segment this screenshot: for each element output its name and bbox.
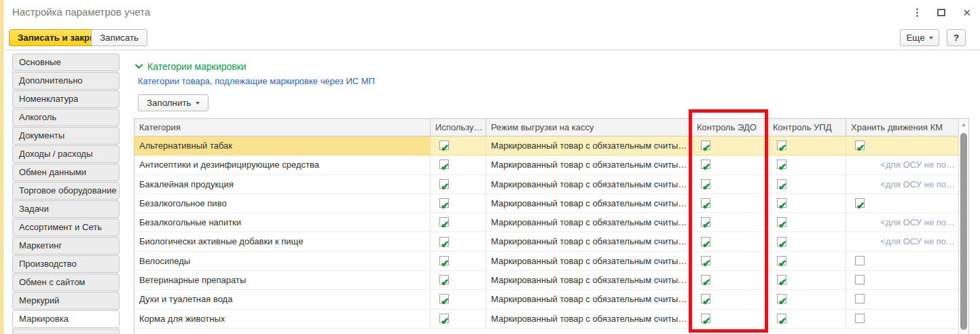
cell-edo-control[interactable] bbox=[692, 310, 768, 329]
upd-checkbox[interactable] bbox=[777, 198, 786, 208]
section-header-marking-categories[interactable]: Категории маркировки bbox=[135, 61, 247, 72]
cell-cash-mode[interactable]: Маркированный товар с обязательным считы… bbox=[486, 213, 692, 232]
cell-store-km[interactable] bbox=[846, 194, 960, 213]
used-checkbox[interactable] bbox=[439, 160, 449, 169]
cell-upd-control[interactable] bbox=[768, 271, 846, 290]
upd-checkbox[interactable] bbox=[777, 294, 786, 303]
table-row[interactable]: Биологически активные добавки к пищеМарк… bbox=[134, 232, 968, 251]
upd-checkbox[interactable] bbox=[777, 141, 786, 150]
save-button[interactable]: Записать bbox=[91, 29, 147, 46]
cell-edo-control[interactable] bbox=[692, 175, 768, 194]
help-button[interactable]: ? bbox=[947, 29, 966, 46]
upd-checkbox[interactable] bbox=[777, 160, 786, 169]
cell-store-km[interactable]: <для ОСУ не по… bbox=[846, 175, 960, 194]
cell-cash-mode[interactable]: Маркированный товар с обязательным считы… bbox=[486, 290, 692, 309]
used-checkbox[interactable] bbox=[439, 314, 449, 323]
sidebar-tab-0[interactable]: Основные bbox=[12, 54, 120, 71]
column-header-upd-control[interactable]: Контроль УПД bbox=[768, 119, 846, 136]
column-header-used[interactable]: Использу… bbox=[431, 119, 486, 136]
cell-upd-control[interactable] bbox=[768, 136, 846, 155]
table-row[interactable]: Антисептики и дезинфицирующие средстваМа… bbox=[134, 155, 968, 174]
scroll-up-icon[interactable]: ▲ bbox=[959, 119, 968, 130]
sidebar-tab-4[interactable]: Документы bbox=[12, 127, 120, 145]
cell-used[interactable] bbox=[431, 213, 486, 232]
cell-used[interactable] bbox=[431, 136, 486, 155]
used-checkbox[interactable] bbox=[439, 179, 449, 189]
cell-upd-control[interactable] bbox=[768, 213, 846, 232]
cell-upd-control[interactable] bbox=[768, 175, 846, 194]
vertical-scrollbar[interactable]: ▲ bbox=[958, 119, 968, 334]
cell-category[interactable]: Велосипеды bbox=[134, 252, 431, 271]
edo-checkbox[interactable] bbox=[701, 275, 710, 284]
cell-category[interactable]: Бакалейная продукция bbox=[134, 175, 431, 194]
scrollbar-thumb[interactable] bbox=[960, 133, 967, 330]
cell-cash-mode[interactable]: Маркированный товар с обязательным считы… bbox=[486, 136, 692, 155]
marking-categories-link[interactable]: Категории товара, подлежащие маркировке … bbox=[138, 76, 375, 86]
cell-used[interactable] bbox=[431, 252, 486, 271]
cell-used[interactable] bbox=[431, 290, 486, 309]
km-checkbox[interactable] bbox=[855, 314, 865, 323]
km-checkbox[interactable] bbox=[855, 275, 865, 284]
cell-edo-control[interactable] bbox=[692, 290, 768, 309]
cell-category[interactable]: Альтернативный табак bbox=[134, 136, 431, 155]
column-header-store-km[interactable]: Хранить движения КМ bbox=[846, 119, 960, 136]
sidebar-tab-2[interactable]: Номенклатура bbox=[12, 90, 120, 108]
cell-store-km[interactable]: <для ОСУ не по… bbox=[846, 213, 960, 232]
cell-upd-control[interactable] bbox=[768, 290, 846, 309]
sidebar-tab-1[interactable]: Дополнительно bbox=[12, 72, 120, 90]
cell-category[interactable]: Биологически активные добавки к пище bbox=[134, 232, 431, 251]
cell-store-km[interactable] bbox=[846, 271, 960, 290]
km-checkbox[interactable] bbox=[855, 198, 865, 208]
km-checkbox[interactable] bbox=[855, 141, 865, 150]
edo-checkbox[interactable] bbox=[701, 314, 710, 323]
upd-checkbox[interactable] bbox=[777, 275, 786, 284]
table-row[interactable]: ВелосипедыМаркированный товар с обязател… bbox=[134, 252, 968, 271]
cell-used[interactable] bbox=[431, 310, 486, 329]
used-checkbox[interactable] bbox=[439, 275, 449, 284]
cell-used[interactable] bbox=[431, 175, 486, 194]
edo-checkbox[interactable] bbox=[701, 198, 710, 208]
sidebar-tab-13[interactable]: Меркурий bbox=[12, 292, 120, 310]
maximize-icon[interactable] bbox=[937, 9, 945, 16]
km-checkbox[interactable] bbox=[855, 294, 865, 303]
table-row[interactable]: Духи и туалетная водаМаркированный товар… bbox=[134, 290, 968, 309]
cell-edo-control[interactable] bbox=[692, 155, 768, 174]
upd-checkbox[interactable] bbox=[777, 217, 786, 227]
sidebar-tab-14[interactable]: Маркировка bbox=[12, 310, 120, 328]
column-header-category[interactable]: Категория bbox=[134, 119, 431, 136]
cell-cash-mode[interactable]: Маркированный товар с обязательным считы… bbox=[486, 155, 692, 174]
sidebar-tab-6[interactable]: Обмен данными bbox=[12, 164, 120, 181]
cell-category[interactable]: Антисептики и дезинфицирующие средства bbox=[134, 155, 431, 174]
sidebar-tab-3[interactable]: Алкоголь bbox=[12, 109, 120, 126]
table-row[interactable]: Бакалейная продукцияМаркированный товар … bbox=[134, 175, 968, 194]
cell-edo-control[interactable] bbox=[692, 271, 768, 290]
edo-checkbox[interactable] bbox=[701, 237, 710, 246]
edo-checkbox[interactable] bbox=[701, 160, 710, 169]
cell-store-km[interactable]: <для ОСУ не по… bbox=[846, 155, 960, 174]
cell-upd-control[interactable] bbox=[768, 155, 846, 174]
cell-category[interactable]: Безалкогольное пиво bbox=[134, 194, 431, 213]
upd-checkbox[interactable] bbox=[777, 179, 786, 189]
cell-cash-mode[interactable]: Маркированный товар с обязательным считы… bbox=[486, 310, 692, 329]
sidebar-tab-9[interactable]: Ассортимент и Сеть bbox=[12, 219, 120, 236]
cell-cash-mode[interactable]: Маркированный товар с обязательным считы… bbox=[486, 232, 692, 251]
edo-checkbox[interactable] bbox=[701, 179, 710, 189]
sidebar-tab-5[interactable]: Доходы / расходы bbox=[12, 145, 120, 163]
cell-used[interactable] bbox=[431, 232, 486, 251]
cell-edo-control[interactable] bbox=[692, 252, 768, 271]
upd-checkbox[interactable] bbox=[777, 314, 786, 323]
table-row[interactable]: Корма для животныхМаркированный товар с … bbox=[134, 310, 968, 329]
table-row[interactable]: Безалкогольные напиткиМаркированный това… bbox=[134, 213, 968, 232]
sidebar-tab-11[interactable]: Производство bbox=[12, 255, 120, 273]
cell-store-km[interactable] bbox=[846, 252, 960, 271]
used-checkbox[interactable] bbox=[439, 198, 449, 208]
table-row[interactable]: Безалкогольное пивоМаркированный товар с… bbox=[134, 194, 968, 213]
fill-button[interactable]: Заполнить bbox=[138, 94, 208, 111]
used-checkbox[interactable] bbox=[439, 217, 449, 227]
cell-cash-mode[interactable]: Маркированный товар с обязательным считы… bbox=[486, 271, 692, 290]
table-row[interactable]: Альтернативный табакМаркированный товар … bbox=[134, 136, 968, 155]
cell-store-km[interactable] bbox=[846, 290, 960, 309]
cell-edo-control[interactable] bbox=[692, 213, 768, 232]
cell-store-km[interactable] bbox=[846, 310, 960, 329]
edo-checkbox[interactable] bbox=[701, 217, 710, 227]
